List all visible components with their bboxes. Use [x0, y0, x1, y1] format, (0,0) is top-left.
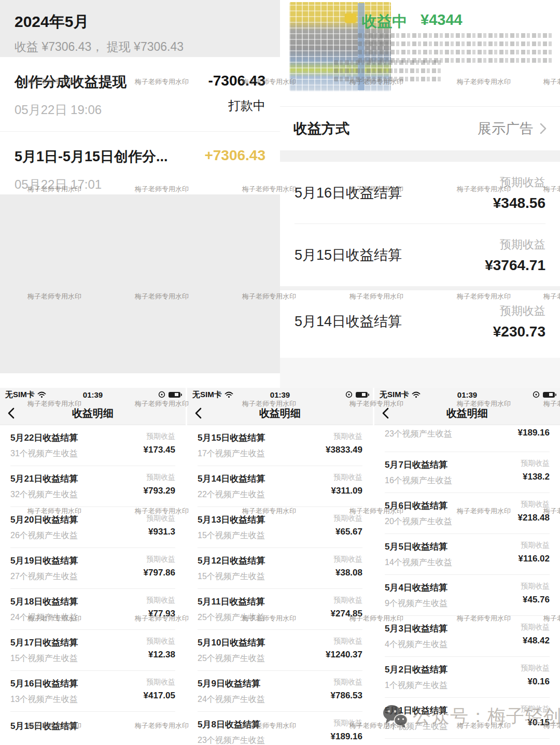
income-row[interactable]: 5月8日收益结算 23个视频产生收益 预期收益 ¥189.16 — [187, 712, 373, 744]
row-date: 5月14日收益结算 — [198, 473, 265, 485]
income-row[interactable]: 5月1日收益结算 2个视频产生收益 预期收益 ¥0.15 — [374, 698, 560, 739]
income-row[interactable]: 5月16日收益结算 13个视频产生收益 预期收益 ¥417.05 — [0, 671, 186, 712]
row-videos: 9个视频产生收益 — [385, 598, 447, 609]
row-date: 5月18日收益结算 — [10, 596, 78, 608]
battery-icon — [543, 392, 555, 398]
income-row[interactable]: 5月5日收益结算 14个视频产生收益 预期收益 ¥116.02 — [374, 534, 560, 575]
method-value: 展示广告 — [478, 119, 534, 138]
expected-label: 预期收益 — [493, 175, 545, 190]
income-row-partial[interactable]: 5月15日收益结算 — [0, 712, 186, 744]
income-row[interactable]: 5月18日收益结算 24个视频产生收益 预期收益 ¥77.93 — [0, 589, 186, 630]
page-title: 收益明细 — [0, 406, 186, 420]
income-row[interactable]: 5月12日收益结算 15个视频产生收益 预期收益 ¥38.08 — [187, 548, 373, 589]
row-videos: 15个视频产生收益 — [198, 530, 265, 541]
orientation-lock-icon — [345, 391, 353, 398]
row-date: 5月6日收益结算 — [385, 500, 452, 512]
income-row[interactable]: 5月2日收益结算 1个视频产生收益 预期收益 ¥0.16 — [374, 657, 560, 698]
settlement-row[interactable]: 5月14日收益结算 预期收益 ¥230.73 — [280, 290, 560, 353]
row-amount: ¥12.38 — [146, 650, 175, 660]
transaction-title: 5月1日-5月15日创作分... — [15, 147, 168, 166]
expected-label: 预期收益 — [146, 514, 175, 523]
row-amount: ¥931.3 — [146, 527, 175, 537]
status-bar: 无SIM卡 01:39 — [187, 388, 373, 401]
income-row[interactable]: 5月21日收益结算 32个视频产生收益 预期收益 ¥793.29 — [0, 466, 186, 507]
row-date: 5月1日收益结算 — [385, 705, 447, 716]
income-method-row[interactable]: 收益方式 展示广告 — [280, 107, 560, 150]
month-header: 2024年5月 收益 ¥7306.43， 提现 ¥7306.43 — [0, 0, 280, 57]
nav-bar: 收益明细 — [374, 401, 560, 425]
row-videos: 24个视频产生收益 — [198, 694, 265, 705]
in-progress-label: 收益中 — [362, 11, 407, 32]
settlement-row[interactable]: 5月16日收益结算 预期收益 ¥348.56 — [280, 162, 560, 224]
row-videos: 26个视频产生收益 — [10, 530, 78, 541]
row-date: 5月8日收益结算 — [198, 719, 265, 730]
month-summary: 收益 ¥7306.43， 提现 ¥7306.43 — [15, 39, 265, 55]
income-row[interactable]: 5月3日收益结算 4个视频产生收益 预期收益 ¥48.42 — [374, 616, 560, 657]
wifi-icon — [225, 391, 233, 398]
expected-label: 预期收益 — [333, 514, 362, 523]
row-videos: 22个视频产生收益 — [198, 489, 265, 500]
row-date: 5月5日收益结算 — [385, 541, 452, 553]
settlement-amount: ¥3764.71 — [485, 257, 545, 274]
expected-label: 预期收益 — [521, 459, 550, 468]
income-row-partial[interactable]: 23个视频产生收益 ¥189.16 — [374, 425, 560, 452]
chevron-right-icon — [540, 123, 547, 134]
income-list: 5月22日收益结算 31个视频产生收益 预期收益 ¥173.45 5月21日收益… — [0, 425, 186, 744]
footer-band — [280, 358, 560, 388]
income-row[interactable]: 5月6日收益结算 20个视频产生收益 预期收益 ¥218.48 — [374, 493, 560, 534]
income-row[interactable]: 5月14日收益结算 22个视频产生收益 预期收益 ¥311.09 — [187, 466, 373, 507]
expected-label: 预期收益 — [144, 678, 175, 687]
row-amount: ¥77.93 — [146, 609, 175, 619]
expected-label: 预期收益 — [144, 473, 175, 482]
row-date: 5月16日收益结算 — [10, 678, 78, 690]
row-date: 5月19日收益结算 — [10, 555, 78, 567]
row-amount: ¥189.16 — [518, 428, 550, 452]
phone-screenshot-1: 无SIM卡 01:39 — [0, 388, 186, 745]
row-videos: 4个视频产生收益 — [385, 639, 447, 650]
monthly-panel: 2024年5月 收益 ¥7306.43， 提现 ¥7306.43 创作分成收益提… — [0, 0, 280, 388]
expected-label: 预期收益 — [493, 303, 545, 319]
income-row[interactable]: 5月22日收益结算 31个视频产生收益 预期收益 ¥173.45 — [0, 425, 186, 466]
income-row[interactable]: 5月7日收益结算 16个视频产生收益 预期收益 ¥138.2 — [374, 452, 560, 493]
expected-label: 预期收益 — [326, 637, 362, 646]
row-amount: ¥38.08 — [333, 568, 362, 578]
row-videos: 31个视频产生收益 — [10, 448, 78, 459]
income-row[interactable]: 5月10日收益结算 25个视频产生收益 预期收益 ¥1240.37 — [187, 630, 373, 671]
row-videos: 25个视频产生收益 — [198, 612, 265, 623]
settlement-row[interactable]: 5月15日收益结算 预期收益 ¥3764.71 — [280, 224, 560, 286]
income-row[interactable]: 5月9日收益结算 24个视频产生收益 预期收益 ¥786.53 — [187, 671, 373, 712]
status-bar: 无SIM卡 01:39 — [0, 388, 186, 401]
income-row[interactable]: 5月17日收益结算 15个视频产生收益 预期收益 ¥12.38 — [0, 630, 186, 671]
row-videos: 20个视频产生收益 — [385, 516, 452, 527]
orientation-lock-icon — [158, 391, 165, 398]
income-row[interactable]: 5月11日收益结算 25个视频产生收益 预期收益 ¥274.85 — [187, 589, 373, 630]
expected-label: 预期收益 — [146, 596, 175, 605]
row-videos: 24个视频产生收益 — [10, 612, 78, 623]
settlement-panel: 收益中 ¥4344 收益方式 展示广告 5月16日收益结算 预期收益 — [280, 0, 560, 388]
row-date: 5月12日收益结算 — [198, 555, 265, 567]
row-amount: ¥3833.49 — [326, 445, 362, 455]
settlement-amount: ¥230.73 — [493, 324, 545, 340]
income-row[interactable]: 5月4日收益结算 9个视频产生收益 预期收益 ¥45.76 — [374, 575, 560, 616]
section-band — [280, 286, 560, 290]
transaction-row[interactable]: 创作分成收益提现 05月22日 19:06 -7306.43 打款中 — [0, 57, 280, 132]
row-videos: 13个视频产生收益 — [10, 694, 78, 705]
row-videos: 23个视频产生收益 — [198, 735, 265, 744]
row-videos: 16个视频产生收益 — [385, 475, 452, 486]
income-row[interactable]: 5月13日收益结算 15个视频产生收益 预期收益 ¥65.67 — [187, 507, 373, 548]
empty-gray-area — [0, 194, 280, 373]
expected-label: 预期收益 — [331, 596, 362, 605]
row-amount: ¥116.02 — [518, 554, 550, 564]
transaction-amount: +7306.43 — [204, 147, 265, 164]
row-amount: ¥417.05 — [144, 691, 175, 701]
row-date: 5月21日收益结算 — [10, 473, 78, 485]
transactions-card: 创作分成收益提现 05月22日 19:06 -7306.43 打款中 5月1日-… — [0, 57, 280, 206]
row-date: 5月10日收益结算 — [198, 637, 265, 649]
income-row[interactable]: 5月15日收益结算 17个视频产生收益 预期收益 ¥3833.49 — [187, 425, 373, 466]
carrier-label: 无SIM卡 — [380, 390, 409, 400]
nav-bar: 收益明细 — [0, 401, 186, 425]
income-row[interactable]: 5月20日收益结算 26个视频产生收益 预期收益 ¥931.3 — [0, 507, 186, 548]
row-date: 5月22日收益结算 — [10, 432, 78, 444]
row-date: 5月11日收益结算 — [198, 596, 265, 608]
income-row[interactable]: 5月19日收益结算 27个视频产生收益 预期收益 ¥797.86 — [0, 548, 186, 589]
